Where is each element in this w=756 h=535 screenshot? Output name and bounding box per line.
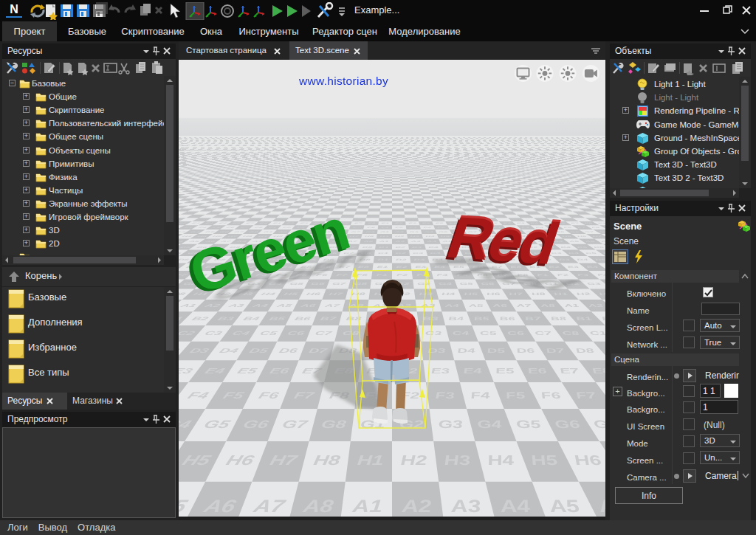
svg-text:Red: Red bbox=[440, 204, 566, 277]
